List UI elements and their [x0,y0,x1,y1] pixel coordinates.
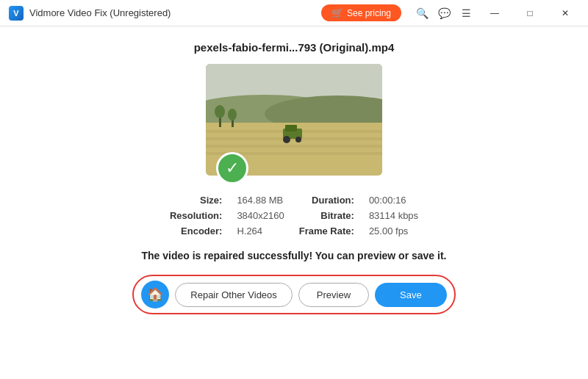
title-controls: 🔍 💬 ☰ — □ ✕ [412,2,582,24]
home-button[interactable]: 🏠 [141,281,169,308]
minimize-icon: — [490,8,499,18]
maximize-icon: □ [527,8,532,18]
bitrate-label: Bitrate: [299,210,354,221]
resolution-value: 3840x2160 [237,210,284,221]
video-thumbnail-container: ✓ [206,64,382,176]
repair-other-button[interactable]: Repair Other Videos [175,283,293,307]
close-icon: ✕ [562,8,569,18]
encoder-label: Encoder: [170,225,223,237]
video-info-grid: Size: 164.88 MB Duration: 00:00:16 Resol… [170,195,418,237]
bitrate-value: 83114 kbps [369,210,418,221]
chat-icon-button[interactable]: 💬 [434,3,454,24]
title-bar: V Vidmore Video Fix (Unregistered) 🛒 See… [0,0,588,26]
svg-point-10 [283,136,290,143]
menu-icon-button[interactable]: ☰ [456,3,476,24]
pricing-label: See pricing [347,8,391,18]
frame-rate-label: Frame Rate: [299,225,354,237]
frame-rate-value: 25.00 fps [369,225,418,237]
resolution-label: Resolution: [170,210,223,221]
main-content: pexels-fabio-fermi...793 (Original).mp4 [0,26,588,379]
cart-icon: 🛒 [331,7,343,18]
svg-rect-6 [206,145,382,148]
title-bar-left: V Vidmore Video Fix (Unregistered) [9,6,171,21]
close-button[interactable]: ✕ [548,2,582,24]
search-icon-button[interactable]: 🔍 [412,3,432,24]
minimize-button[interactable]: — [478,2,512,24]
title-bar-right: 🛒 See pricing 🔍 💬 ☰ — □ ✕ [321,2,582,24]
duration-label: Duration: [299,195,354,206]
maximize-button[interactable]: □ [513,2,547,24]
svg-rect-9 [285,125,297,131]
svg-point-13 [215,105,225,118]
size-label: Size: [170,195,223,206]
see-pricing-button[interactable]: 🛒 See pricing [321,4,401,21]
action-row: 🏠 Repair Other Videos Preview Save [132,275,455,314]
app-icon: V [9,6,24,21]
app-title: Vidmore Video Fix (Unregistered) [29,7,171,18]
save-button[interactable]: Save [375,283,447,307]
video-filename: pexels-fabio-fermi...793 (Original).mp4 [194,41,395,54]
duration-value: 00:00:16 [369,195,418,206]
success-check-badge: ✓ [216,152,248,184]
home-icon: 🏠 [147,286,163,303]
svg-point-11 [295,137,301,142]
preview-button[interactable]: Preview [298,283,369,307]
success-message: The video is repaired successfully! You … [142,250,447,261]
svg-point-15 [228,109,237,120]
size-value: 164.88 MB [237,195,284,206]
encoder-value: H.264 [237,225,284,237]
